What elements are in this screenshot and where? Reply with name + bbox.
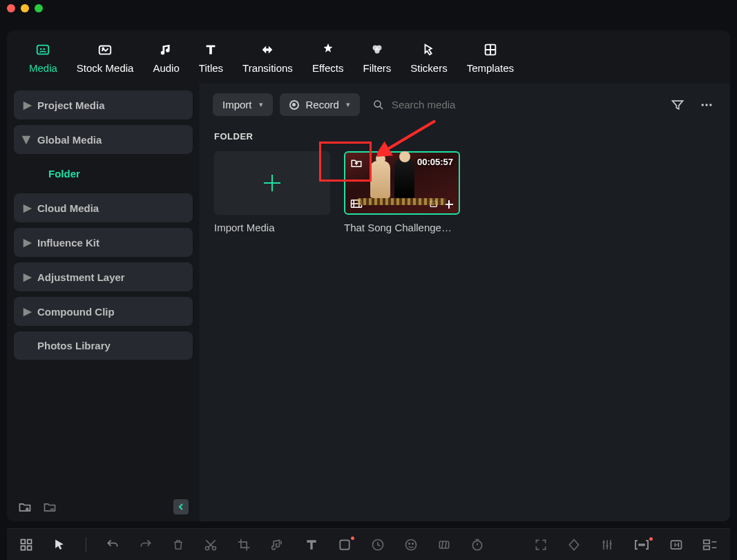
chevron-right-icon: ▶ <box>23 99 30 111</box>
top-tabs: Media Stock Media Audio Titles Transitio… <box>7 30 730 84</box>
tab-stock-media[interactable]: Stock Media <box>67 39 144 79</box>
layout-icon[interactable] <box>19 538 33 552</box>
crop-icon[interactable] <box>237 538 251 552</box>
clip-thumbnail-image <box>370 162 414 198</box>
tab-label: Effects <box>312 62 344 74</box>
chevron-right-icon: ▶ <box>23 271 30 283</box>
timer-icon[interactable] <box>470 538 484 552</box>
delete-icon[interactable] <box>172 538 184 552</box>
media-clip-label: That Song Challenge… <box>344 222 460 233</box>
tab-templates[interactable]: Templates <box>457 39 524 79</box>
svg-point-7 <box>374 48 379 53</box>
sidebar-item-compound-clip[interactable]: ▶ Compound Clip <box>14 297 193 326</box>
add-clip-overlay[interactable] <box>429 200 454 209</box>
import-button[interactable]: Import ▾ <box>213 93 273 116</box>
sidebar-item-global-media[interactable]: ▶ Global Media <box>14 125 193 154</box>
add-folder-icon[interactable] <box>18 501 32 513</box>
keyframe-icon[interactable] <box>567 538 581 552</box>
svg-point-30 <box>641 544 642 545</box>
search-input[interactable] <box>392 99 654 110</box>
window-close-button[interactable] <box>7 4 15 12</box>
record-button[interactable]: Record ▾ <box>280 93 360 116</box>
waveform-icon[interactable] <box>669 539 683 551</box>
sidebar: ▶ Project Media ▶ Global Media Folder ▶ … <box>7 84 200 521</box>
mask-icon[interactable] <box>338 538 352 552</box>
tab-label: Templates <box>467 62 514 74</box>
chevron-down-icon: ▾ <box>346 100 350 109</box>
notification-dot <box>649 537 653 541</box>
svg-rect-19 <box>28 545 32 550</box>
svg-rect-27 <box>439 541 448 548</box>
speed-icon[interactable] <box>371 538 385 552</box>
svg-rect-14 <box>430 201 437 206</box>
svg-point-15 <box>432 203 434 205</box>
record-icon <box>289 100 299 110</box>
sidebar-item-label: Cloud Media <box>37 202 99 214</box>
tab-effects[interactable]: Effects <box>303 39 354 79</box>
collapse-sidebar-button[interactable] <box>173 499 189 514</box>
tab-titles[interactable]: Titles <box>189 39 233 79</box>
bracket-icon[interactable] <box>633 539 650 551</box>
import-media-label: Import Media <box>214 222 330 233</box>
svg-point-11 <box>705 104 707 106</box>
svg-point-31 <box>643 544 644 545</box>
notification-dot <box>351 537 354 540</box>
folder-in-icon <box>350 157 363 168</box>
sidebar-item-label: Photos Library <box>37 340 111 351</box>
sidebar-item-adjustment-layer[interactable]: ▶ Adjustment Layer <box>14 262 193 291</box>
svg-point-10 <box>702 104 704 106</box>
audio-edit-icon[interactable] <box>270 538 285 552</box>
window-minimize-button[interactable] <box>21 4 29 12</box>
sidebar-item-folder[interactable]: Folder <box>14 160 193 188</box>
content-toolbar: Import ▾ Record ▾ <box>200 84 730 126</box>
svg-point-4 <box>102 48 104 49</box>
import-media-tile[interactable]: Import Media <box>214 151 330 233</box>
media-clip-thumb[interactable]: 00:05:57 <box>344 151 460 215</box>
fit-icon[interactable] <box>534 538 548 552</box>
svg-point-24 <box>406 539 417 550</box>
svg-rect-34 <box>704 545 709 549</box>
tab-audio[interactable]: Audio <box>143 39 189 79</box>
redo-icon[interactable] <box>139 538 153 552</box>
svg-point-1 <box>40 48 42 50</box>
sidebar-item-cloud-media[interactable]: ▶ Cloud Media <box>14 193 193 222</box>
media-grid: Import Media 00:05:57 <box>200 151 730 233</box>
window-controls <box>0 0 737 23</box>
content-area: Import ▾ Record ▾ <box>200 84 730 521</box>
svg-point-29 <box>639 544 640 545</box>
chroma-icon[interactable] <box>437 538 451 552</box>
tab-label: Audio <box>153 62 179 74</box>
stickers-icon <box>421 41 437 58</box>
tab-label: Filters <box>363 62 391 74</box>
media-clip-tile[interactable]: 00:05:57 That Song Challenge… <box>344 151 460 233</box>
svg-rect-16 <box>21 539 26 543</box>
more-options-icon[interactable] <box>696 95 718 115</box>
tab-media[interactable]: Media <box>19 39 67 79</box>
audio-icon <box>158 41 175 58</box>
import-media-thumb[interactable] <box>214 151 330 215</box>
window-maximize-button[interactable] <box>35 4 43 12</box>
track-icon[interactable] <box>702 539 718 551</box>
search-field[interactable] <box>367 95 660 115</box>
text-icon[interactable] <box>305 538 318 552</box>
search-icon <box>372 99 385 111</box>
color-icon[interactable] <box>404 538 418 552</box>
chevron-right-icon: ▶ <box>23 202 30 214</box>
filter-icon[interactable] <box>667 95 689 115</box>
sidebar-item-project-media[interactable]: ▶ Project Media <box>14 90 193 119</box>
sidebar-item-label: Influence Kit <box>37 237 99 249</box>
plus-icon <box>261 172 283 194</box>
separator <box>86 537 86 552</box>
adjust-icon[interactable] <box>600 538 614 552</box>
svg-rect-0 <box>37 46 49 55</box>
cursor-icon[interactable] <box>52 538 66 552</box>
tab-stickers[interactable]: Stickers <box>401 39 457 79</box>
main-panel: Media Stock Media Audio Titles Transitio… <box>7 30 730 521</box>
tab-transitions[interactable]: Transitions <box>233 39 303 79</box>
tab-filters[interactable]: Filters <box>353 39 401 79</box>
sidebar-item-influence-kit[interactable]: ▶ Influence Kit <box>14 228 193 257</box>
sidebar-item-photos-library[interactable]: Photos Library <box>14 331 193 360</box>
cut-icon[interactable] <box>204 538 218 552</box>
remove-folder-icon[interactable] <box>43 501 57 513</box>
undo-icon[interactable] <box>106 538 119 552</box>
